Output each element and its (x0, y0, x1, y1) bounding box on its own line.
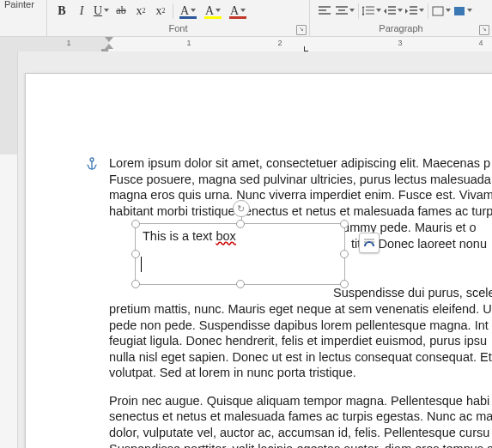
ruler-number: 3 (398, 39, 402, 47)
ruler-v-margin-shade (0, 51, 17, 154)
paragraph-group-label: Paragraph (379, 23, 422, 33)
resize-handle-e[interactable] (340, 250, 349, 258)
chevron-down-icon (467, 9, 472, 14)
resize-handle-w[interactable] (131, 250, 140, 258)
group-font: B I U ab x2 x2 A A A (46, 0, 310, 21)
text-box[interactable]: ↻ This is a text box (135, 223, 345, 285)
ruler-vertical[interactable] (0, 51, 18, 448)
chevron-down-icon (376, 9, 381, 14)
ruler-number: 2 (277, 39, 282, 47)
font-color-button[interactable]: A (176, 1, 200, 21)
layout-options-button[interactable] (359, 233, 380, 253)
ruler-number: 1 (186, 39, 191, 47)
paragraph-fragment[interactable]: nummy pede. Mauris et o (336, 220, 477, 236)
strikethrough-button[interactable]: ab (112, 1, 131, 21)
superscript-button[interactable]: x2 (151, 1, 170, 21)
paragraph[interactable]: Proin nec augue. Quisque aliquam tempor … (109, 393, 492, 448)
chevron-down-icon (104, 9, 109, 14)
paragraph-dialog-launcher[interactable]: ↘ (479, 25, 489, 35)
text-fill-button[interactable]: A (226, 1, 250, 21)
text-fill-bar (229, 16, 246, 19)
chevron-down-icon (216, 9, 221, 14)
first-line-indent-marker[interactable] (105, 37, 113, 42)
chevron-down-icon (349, 9, 355, 14)
resize-handle-s[interactable] (236, 280, 245, 288)
chevron-down-icon (240, 9, 246, 14)
page-scroll-area[interactable]: Lorem ipsum dolor sit amet, consectetuer… (18, 51, 492, 448)
document-workspace: Lorem ipsum dolor sit amet, consectetuer… (0, 51, 492, 448)
resize-handle-nw[interactable] (131, 220, 140, 228)
ruler-margin-shade (0, 37, 109, 52)
resize-handle-sw[interactable] (131, 280, 140, 288)
indent-decrease-button[interactable] (383, 1, 404, 21)
chevron-down-icon (191, 9, 196, 14)
align-left-button[interactable] (315, 1, 334, 21)
borders-button[interactable] (431, 1, 452, 21)
font-color-bar (179, 16, 197, 19)
paragraph-fragment[interactable]: Suspendisse dui purus, scele (333, 285, 492, 301)
group-paragraph (310, 0, 492, 21)
highlight-color-bar (204, 16, 222, 19)
resize-handle-se[interactable] (340, 280, 349, 288)
page[interactable]: Lorem ipsum dolor sit amet, consectetuer… (25, 73, 492, 448)
format-painter-label[interactable]: Painter (4, 0, 34, 9)
paragraph[interactable]: pretium mattis, nunc. Mauris eget neque … (109, 301, 492, 381)
highlight-color-button[interactable]: A (201, 1, 225, 21)
italic-button[interactable]: I (72, 1, 91, 21)
text-cursor (141, 257, 142, 272)
underline-button[interactable]: U (92, 1, 111, 21)
svg-rect-1 (454, 7, 465, 15)
shading-button[interactable] (453, 1, 473, 21)
resize-handle-ne[interactable] (340, 220, 349, 228)
svg-point-2 (90, 158, 94, 161)
font-dialog-launcher[interactable]: ↘ (296, 25, 307, 35)
ribbon: Painter B I U ab x2 x2 A A A (0, 0, 492, 37)
align-center-button[interactable] (335, 1, 355, 21)
chevron-down-icon (398, 9, 403, 14)
line-spacing-button[interactable] (361, 1, 382, 21)
chevron-down-icon (446, 9, 451, 14)
bold-button[interactable]: B (52, 1, 71, 21)
group-clipboard: Painter (0, 0, 46, 21)
chevron-down-icon (419, 9, 424, 14)
paragraph[interactable]: Lorem ipsum dolor sit amet, consectetuer… (109, 155, 492, 219)
resize-handle-n[interactable] (236, 220, 245, 228)
font-group-label: Font (168, 23, 187, 33)
rotate-handle[interactable]: ↻ (233, 200, 250, 217)
anchor-icon[interactable] (86, 157, 98, 174)
indent-increase-button[interactable] (404, 1, 425, 21)
ruler-number: 4 (478, 39, 483, 47)
document-body[interactable]: Lorem ipsum dolor sit amet, consectetuer… (109, 155, 492, 448)
svg-rect-0 (433, 7, 443, 15)
subscript-button[interactable]: x2 (131, 1, 150, 21)
ruler-number: 1 (66, 39, 70, 47)
